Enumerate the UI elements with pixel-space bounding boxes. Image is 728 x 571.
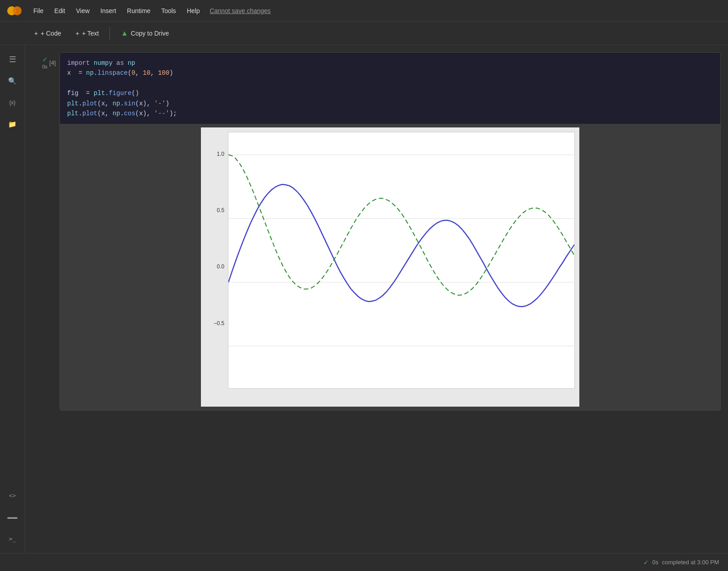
cell-time: 0s bbox=[42, 64, 48, 69]
cell-code-content[interactable]: import numpy as np x = np.linspace(0, 10… bbox=[59, 52, 721, 411]
sin-curve bbox=[228, 185, 574, 307]
status-bar: ✓ 0s completed at 3:00 PM bbox=[0, 553, 728, 571]
toolbar: + + Code + + Text ▲ Copy to Drive bbox=[0, 22, 728, 45]
plot-inner bbox=[228, 132, 575, 389]
menu-bar: File Edit View Insert Runtime Tools Help… bbox=[0, 0, 728, 22]
colab-logo bbox=[5, 2, 23, 20]
status-time: 0s bbox=[652, 559, 659, 566]
sidebar-terminal-icon[interactable]: ▬▬ bbox=[4, 508, 22, 526]
copy-to-drive-button[interactable]: ▲ Copy to Drive bbox=[114, 26, 176, 41]
menu-runtime[interactable]: Runtime bbox=[123, 5, 155, 17]
svg-point-1 bbox=[13, 6, 22, 15]
cannot-save-link[interactable]: Cannot save changes bbox=[209, 7, 270, 14]
copy-to-drive-label: Copy to Drive bbox=[131, 30, 169, 37]
add-text-button[interactable]: + + Text bbox=[68, 26, 106, 41]
sidebar: ☰ 🔍 {x} 📁 <> ▬▬ >_ bbox=[0, 45, 25, 553]
sidebar-console-icon[interactable]: >_ bbox=[4, 530, 22, 548]
cell-check-icon: ✓ bbox=[42, 56, 48, 63]
y-label-1.0: 1.0 bbox=[217, 151, 224, 157]
plot-container: 1.0 0.5 0.0 −0.5 bbox=[201, 127, 579, 407]
add-text-label: + Text bbox=[82, 30, 99, 37]
y-label-0.5: 0.5 bbox=[217, 207, 224, 213]
sidebar-variables-icon[interactable]: {x} bbox=[4, 94, 22, 112]
y-label-neg0.5: −0.5 bbox=[214, 320, 224, 326]
notebook: ✓ 0s [4] import numpy as np x = np.linsp… bbox=[25, 45, 728, 553]
plus-code-icon: + bbox=[34, 30, 38, 37]
add-code-button[interactable]: + + Code bbox=[27, 26, 68, 41]
menu-edit[interactable]: Edit bbox=[50, 5, 70, 17]
code-editor[interactable]: import numpy as np x = np.linspace(0, 10… bbox=[60, 53, 720, 124]
status-completed: completed at 3:00 PM bbox=[662, 559, 719, 566]
menu-help[interactable]: Help bbox=[182, 5, 205, 17]
plot-output: 1.0 0.5 0.0 −0.5 bbox=[60, 124, 720, 410]
sidebar-code-editor-icon[interactable]: <> bbox=[4, 486, 22, 504]
sidebar-files-icon[interactable]: 📁 bbox=[4, 115, 22, 133]
cos-curve bbox=[228, 155, 574, 295]
sidebar-search-icon[interactable]: 🔍 bbox=[4, 72, 22, 90]
cell-gutter: ✓ 0s [4] bbox=[32, 52, 59, 69]
cell-status: ✓ 0s bbox=[42, 56, 48, 69]
menu-tools[interactable]: Tools bbox=[157, 5, 181, 17]
plot-svg bbox=[228, 132, 574, 388]
menu-insert[interactable]: Insert bbox=[96, 5, 121, 17]
plus-text-icon: + bbox=[76, 30, 79, 37]
y-label-0.0: 0.0 bbox=[217, 263, 224, 270]
y-axis: 1.0 0.5 0.0 −0.5 bbox=[201, 132, 228, 389]
menu-file[interactable]: File bbox=[29, 5, 48, 17]
toolbar-divider bbox=[109, 27, 110, 40]
cell-number: [4] bbox=[50, 56, 56, 66]
status-check-icon: ✓ bbox=[643, 559, 649, 566]
menu-view[interactable]: View bbox=[72, 5, 94, 17]
add-code-label: + Code bbox=[41, 30, 61, 37]
sidebar-menu-icon[interactable]: ☰ bbox=[4, 50, 22, 68]
code-cell: ✓ 0s [4] import numpy as np x = np.linsp… bbox=[32, 52, 721, 411]
main-area: ☰ 🔍 {x} 📁 <> ▬▬ >_ ✓ 0s [4] import numpy… bbox=[0, 45, 728, 553]
drive-icon: ▲ bbox=[121, 29, 128, 37]
